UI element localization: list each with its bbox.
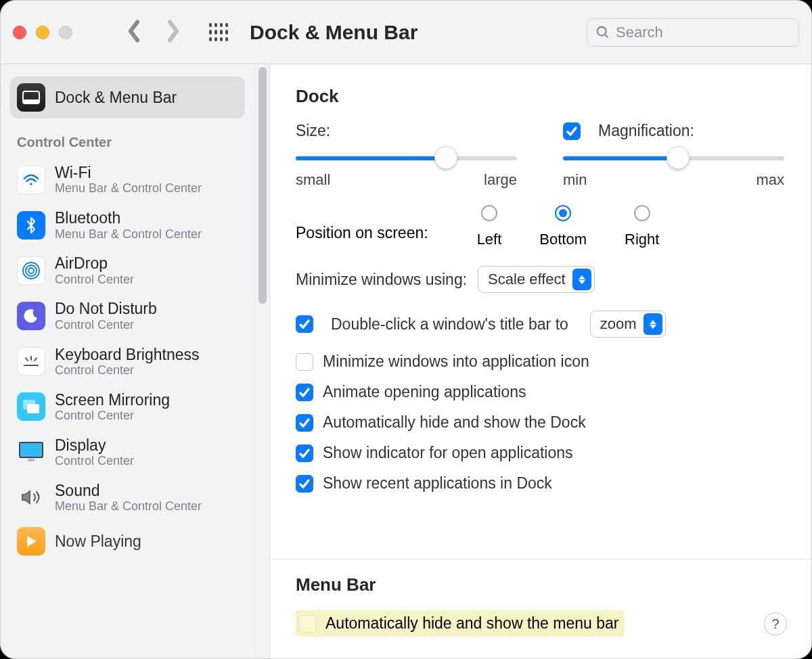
search-icon — [595, 25, 610, 40]
opt-label: Show indicator for open applications — [323, 444, 573, 462]
chevron-updown-icon — [572, 269, 591, 290]
search-placeholder: Search — [616, 24, 663, 41]
magnification-label: Magnification: — [598, 122, 694, 140]
forward-button[interactable] — [166, 20, 181, 45]
display-icon — [17, 438, 45, 466]
minimize-using-select[interactable]: Scale effect — [478, 266, 595, 293]
opt-recent-apps-checkbox[interactable] — [296, 475, 313, 493]
scrollbar-thumb[interactable] — [258, 67, 267, 304]
position-right[interactable]: Right — [625, 205, 659, 248]
radio-icon — [634, 205, 650, 221]
search-field[interactable]: Search — [587, 18, 799, 47]
maximize-button[interactable] — [59, 26, 72, 39]
system-preferences-window: Dock & Menu Bar Search Dock & Menu Bar C… — [0, 0, 812, 659]
sidebar-item-sublabel: Control Center — [55, 454, 134, 468]
radio-icon — [555, 205, 571, 221]
close-button[interactable] — [13, 26, 26, 39]
svg-line-1 — [605, 34, 608, 37]
opt-label: Animate opening applications — [323, 383, 526, 401]
position-left[interactable]: Left — [477, 205, 502, 248]
sidebar-item-label: Dock & Menu Bar — [55, 89, 177, 106]
sidebar-item-airdrop[interactable]: AirDropControl Center — [10, 248, 245, 293]
opt-label: Minimize windows into application icon — [323, 353, 589, 371]
sidebar-item-keyboard-brightness[interactable]: Keyboard BrightnessControl Center — [10, 339, 245, 384]
opt-label: Automatically hide and show the Dock — [323, 413, 586, 432]
sidebar-item-label: Wi-Fi — [55, 164, 202, 181]
moon-icon — [17, 302, 45, 330]
window-title: Dock & Menu Bar — [250, 21, 418, 44]
content-pane: Dock Size: smalllarge Magnification: — [270, 64, 811, 658]
sidebar-item-screen-mirroring[interactable]: Screen MirroringControl Center — [10, 384, 245, 430]
autohide-menubar-row-highlight: Automatically hide and show the menu bar — [296, 610, 624, 637]
sidebar-item-wifi[interactable]: Wi-FiMenu Bar & Control Center — [10, 157, 245, 202]
sidebar-item-sound[interactable]: SoundMenu Bar & Control Center — [10, 475, 245, 520]
select-value: Scale effect — [488, 271, 566, 288]
dblclick-checkbox[interactable] — [296, 315, 313, 333]
magnification-slider[interactable] — [563, 150, 784, 166]
menubar-heading: Menu Bar — [296, 574, 784, 595]
size-slider[interactable] — [296, 150, 517, 166]
svg-point-6 — [26, 265, 37, 276]
position-option-label: Left — [477, 231, 502, 248]
dock-heading: Dock — [296, 86, 784, 107]
opt-minimize-into-icon-checkbox[interactable] — [296, 353, 313, 371]
minimize-button[interactable] — [36, 26, 49, 39]
airdrop-icon — [17, 256, 45, 285]
select-value: zoom — [600, 315, 637, 333]
traffic-lights — [13, 26, 72, 39]
svg-line-11 — [35, 358, 37, 361]
sidebar-scrollbar[interactable] — [254, 64, 270, 658]
sidebar-item-label: Bluetooth — [55, 209, 202, 227]
opt-label: Show recent applications in Dock — [323, 474, 552, 493]
help-label: ? — [771, 616, 779, 632]
magnification-checkbox[interactable] — [563, 122, 581, 140]
position-bottom[interactable]: Bottom — [539, 205, 587, 248]
svg-line-10 — [26, 358, 28, 361]
sidebar-item-sublabel: Control Center — [55, 273, 134, 287]
position-option-label: Right — [625, 231, 659, 248]
opt-animate-open-checkbox[interactable] — [296, 384, 313, 401]
dblclick-select[interactable]: zoom — [590, 311, 666, 338]
sidebar-item-sublabel: Menu Bar & Control Center — [55, 227, 202, 242]
nav-buttons — [127, 20, 181, 45]
sidebar-item-now-playing[interactable]: Now Playing — [10, 520, 245, 562]
back-button[interactable] — [127, 20, 141, 45]
radio-icon — [481, 205, 497, 221]
dock-icon — [17, 83, 45, 112]
sidebar-item-display[interactable]: DisplayControl Center — [10, 430, 245, 475]
mag-min-label: min — [563, 171, 587, 189]
position-label: Position on screen: — [296, 205, 428, 242]
opt-autohide-dock-checkbox[interactable] — [296, 414, 313, 432]
sidebar-item-bluetooth[interactable]: BluetoothMenu Bar & Control Center — [10, 202, 245, 248]
titlebar: Dock & Menu Bar Search — [1, 1, 811, 64]
svg-rect-3 — [23, 99, 39, 104]
sidebar-section-control-center: Control Center — [10, 118, 245, 157]
svg-point-0 — [597, 26, 606, 35]
keyboard-brightness-icon — [17, 347, 45, 376]
minimize-using-label: Minimize windows using: — [296, 271, 467, 289]
mag-max-label: max — [756, 171, 784, 189]
svg-rect-14 — [20, 442, 43, 457]
sidebar: Dock & Menu Bar Control Center Wi-FiMenu… — [1, 64, 254, 658]
sound-icon — [17, 483, 45, 512]
svg-rect-15 — [28, 459, 35, 461]
sidebar-item-sublabel: Menu Bar & Control Center — [55, 181, 202, 196]
sidebar-item-label: Now Playing — [55, 532, 141, 550]
sidebar-item-dnd[interactable]: Do Not DisturbControl Center — [10, 293, 245, 338]
svg-point-5 — [28, 268, 34, 273]
show-all-icon[interactable] — [209, 23, 228, 42]
size-label: Size: — [296, 122, 330, 140]
wifi-icon — [17, 166, 45, 194]
sidebar-item-sublabel: Menu Bar & Control Center — [55, 499, 202, 514]
autohide-menubar-checkbox[interactable] — [298, 615, 316, 633]
size-min-label: small — [296, 171, 330, 189]
sidebar-item-label: Keyboard Brightness — [55, 346, 200, 363]
sidebar-item-sublabel: Control Center — [55, 409, 170, 423]
sidebar-item-dock-menu-bar[interactable]: Dock & Menu Bar — [10, 76, 245, 118]
sidebar-item-label: Do Not Disturb — [55, 300, 157, 317]
help-button[interactable]: ? — [764, 612, 787, 635]
opt-indicator-checkbox[interactable] — [296, 445, 313, 462]
autohide-menubar-label: Automatically hide and show the menu bar — [325, 614, 618, 633]
size-max-label: large — [484, 171, 517, 189]
screen-mirroring-icon — [17, 392, 45, 421]
